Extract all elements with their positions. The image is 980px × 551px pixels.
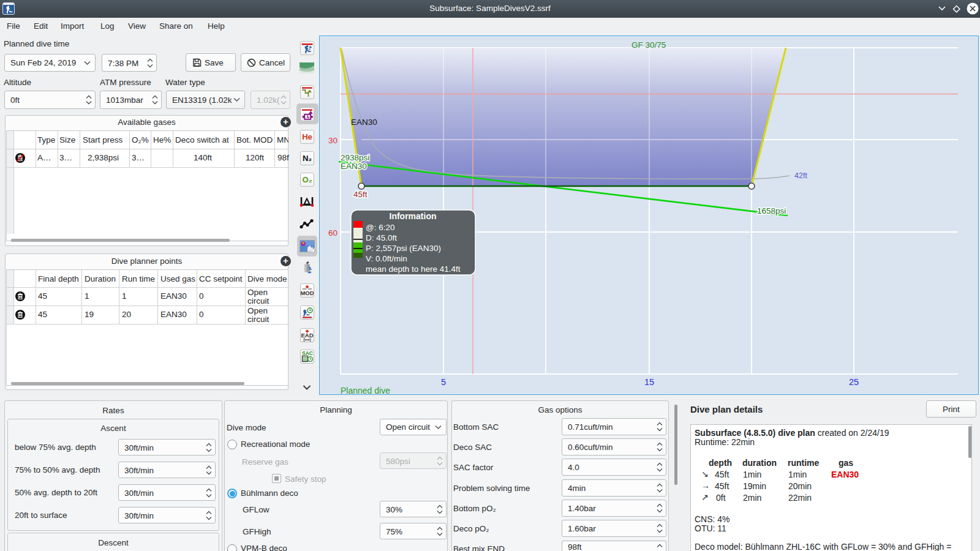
svg-text:60: 60 [328, 228, 337, 238]
svg-text:EAN30: EAN30 [341, 162, 367, 171]
svg-text:5: 5 [441, 377, 446, 387]
svg-text:@: 6:20: @: 6:20 [366, 223, 394, 232]
svg-text:1658psi: 1658psi [757, 206, 786, 216]
svg-text:45ft: 45ft [353, 190, 368, 199]
svg-text:SAC: SAC [302, 350, 313, 356]
svg-text:EAN30: EAN30 [351, 118, 377, 127]
svg-text:P: 2,557psi (EAN30): P: 2,557psi (EAN30) [366, 244, 441, 253]
svg-text:25: 25 [849, 377, 859, 387]
svg-text:30: 30 [328, 136, 337, 145]
svg-text:D: 45.0ft: D: 45.0ft [366, 233, 397, 242]
svg-text:15: 15 [644, 377, 654, 387]
svg-text:V: 0.0ft/min: V: 0.0ft/min [366, 254, 407, 263]
svg-text:mean depth to here 41.4ft: mean depth to here 41.4ft [366, 264, 461, 274]
svg-text:42ft: 42ft [794, 171, 807, 180]
svg-text:GF 30/75: GF 30/75 [631, 40, 666, 50]
svg-text:Planned dive: Planned dive [341, 386, 390, 395]
svg-text:MOD: MOD [301, 290, 314, 296]
svg-text:2938psi: 2938psi [341, 153, 369, 162]
svg-text:Information: Information [390, 211, 437, 221]
svg-text:(•••): (•••) [303, 337, 311, 342]
